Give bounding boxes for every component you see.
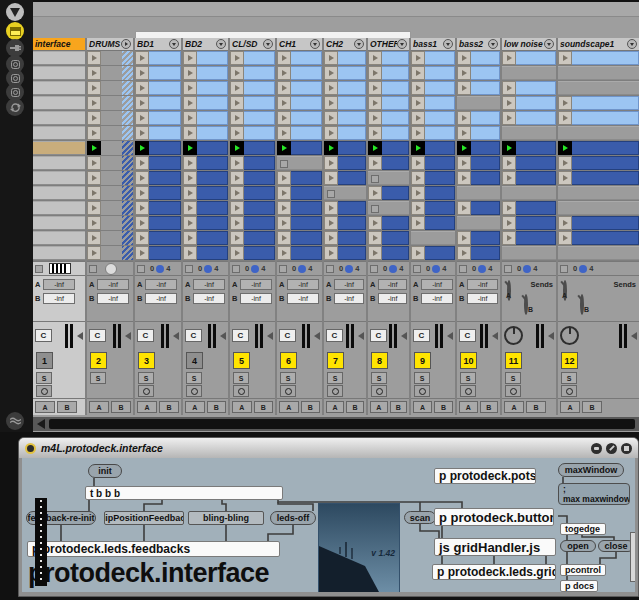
send-a-value[interactable]: -inf [378,279,407,290]
clip-slot-empty[interactable] [33,111,85,125]
clip-launch-button[interactable] [457,66,471,80]
clip-launch-button[interactable] [87,171,101,185]
clip-launch-button[interactable] [183,156,197,170]
clip-launch-button[interactable] [277,111,291,125]
clip-slot[interactable] [230,96,275,110]
clip-launch-button[interactable] [324,66,338,80]
clip-slot-empty[interactable] [33,66,85,80]
clip-launch-button[interactable] [558,231,572,245]
send-b-value[interactable]: -inf [421,293,453,304]
crossfade-b-button[interactable]: B [480,401,499,413]
clip-slot[interactable] [558,51,639,65]
clip-launch-button[interactable] [277,216,291,230]
arm-button[interactable] [327,385,343,397]
clip-launch-button[interactable] [230,96,244,110]
clip-slot[interactable] [230,81,275,95]
clip-body[interactable] [291,186,322,200]
clip-slot[interactable] [411,171,455,185]
clip-body[interactable] [149,246,181,260]
clip-launch-button[interactable] [502,156,516,170]
volume-slider-handle[interactable] [220,332,226,340]
clip-slot[interactable] [277,111,322,125]
max-object-p-pots[interactable]: p protodeck.pots [434,468,536,484]
arm-button[interactable] [280,385,296,397]
clip-slot[interactable] [502,141,556,155]
clip-slot[interactable] [368,216,409,230]
clip-body[interactable] [382,111,409,125]
clip-slot-empty[interactable] [558,66,639,80]
clip-slot[interactable] [277,186,322,200]
group-clip-slot[interactable] [87,216,133,230]
clip-slot[interactable] [230,246,275,260]
track-dropdown-icon[interactable] [169,39,179,49]
clip-body[interactable] [197,81,228,95]
clip-slot[interactable] [368,186,409,200]
clip-slot[interactable] [324,216,366,230]
clip-body[interactable] [572,141,639,155]
clip-launch-button[interactable] [277,246,291,260]
clip-body[interactable] [338,216,366,230]
clip-launch-button[interactable] [502,81,516,95]
clip-launch-button[interactable] [230,111,244,125]
clip-stop-row[interactable]: 04 [135,261,181,275]
clip-body[interactable] [244,111,275,125]
clip-launch-button[interactable] [411,51,425,65]
clip-slot-empty[interactable] [33,156,85,170]
clip-slot[interactable] [135,171,181,185]
clip-body[interactable] [244,126,275,140]
clip-launch-button[interactable] [502,201,516,215]
stop-all-clips-button[interactable] [137,265,145,273]
clip-slot[interactable] [368,51,409,65]
clip-slot[interactable] [277,51,322,65]
clip-body[interactable] [291,231,322,245]
track-activator-button[interactable]: 7 [327,352,344,369]
clip-launch-button[interactable] [324,156,338,170]
clip-stop-row[interactable]: 04 [558,261,639,275]
clip-stop-row[interactable]: 04 [457,261,500,275]
clip-body[interactable] [197,96,228,110]
cue-button[interactable]: C [232,329,249,342]
clip-body[interactable] [382,186,409,200]
clip-body[interactable] [382,246,409,260]
track-dropdown-icon[interactable] [443,39,453,49]
clip-body[interactable] [338,171,366,185]
track-header[interactable]: interface [33,38,85,51]
clip-stop-row[interactable]: 04 [183,261,228,275]
clip-body[interactable] [425,156,455,170]
group-clip-slot[interactable] [87,246,133,260]
send-a-value[interactable]: -inf [193,279,225,290]
clip-body[interactable] [425,216,455,230]
clip-body[interactable] [471,51,500,65]
clip-slot[interactable] [558,216,639,230]
clip-slot-empty[interactable] [457,186,500,200]
clip-launch-button[interactable] [230,126,244,140]
clip-launch-button[interactable] [502,171,516,185]
clip-stop-row[interactable]: 04 [277,261,322,275]
clip-body[interactable] [516,141,556,155]
clip-launch-button[interactable] [457,141,471,155]
send-a-value[interactable]: -inf [467,279,498,290]
clip-body[interactable] [471,126,500,140]
clip-slot[interactable] [277,96,322,110]
pan-knob[interactable] [504,326,523,345]
clip-body[interactable] [197,111,228,125]
volume-slider-handle[interactable] [125,332,131,340]
clip-slot[interactable] [502,96,556,110]
clip-body[interactable] [382,126,409,140]
clip-launch-button[interactable] [411,201,425,215]
crossfade-b-button[interactable]: B [111,401,131,413]
clip-launch-button[interactable] [135,96,149,110]
clip-launch-button[interactable] [183,81,197,95]
clip-slot[interactable] [502,216,556,230]
clip-body[interactable] [382,66,409,80]
clip-body[interactable] [197,171,228,185]
track-dropdown-icon[interactable] [397,39,407,49]
clip-body[interactable] [244,141,275,155]
clip-launch-button[interactable] [87,126,101,140]
clip-body[interactable] [197,66,228,80]
clip-slot[interactable] [502,231,556,245]
clip-body[interactable] [382,141,409,155]
clip-body[interactable] [338,141,366,155]
clip-launch-button[interactable] [368,231,382,245]
clip-launch-button[interactable] [87,216,101,230]
